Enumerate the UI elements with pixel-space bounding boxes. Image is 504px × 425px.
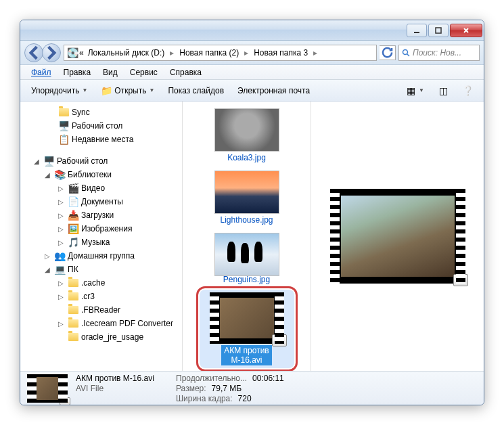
search-icon: [402, 49, 410, 57]
svg-rect-1: [436, 28, 441, 33]
open-button[interactable]: 📁Открыть▼: [95, 83, 160, 98]
nav-tree[interactable]: Sync 🖥️Рабочий стол 📋Недавние места ◢🖥️Р…: [20, 102, 183, 371]
tree-images[interactable]: ▷🖼️Изображения: [20, 222, 182, 236]
tree-recent[interactable]: 📋Недавние места: [20, 133, 182, 146]
slideshow-button[interactable]: Показ слайдов: [162, 84, 229, 97]
preview-pane-button[interactable]: ◫: [432, 83, 454, 98]
status-filetype: AVI File: [76, 384, 170, 393]
tree-downloads[interactable]: ▷📥Загрузки: [20, 208, 182, 222]
file-koala[interactable]: Koala3.jpg: [200, 106, 294, 165]
path-seg-1[interactable]: Новая папка (2): [177, 47, 242, 59]
menu-tools[interactable]: Сервис: [124, 66, 163, 79]
email-button[interactable]: Электронная почта: [232, 84, 315, 97]
menu-view[interactable]: Вид: [97, 66, 123, 79]
tree-cache[interactable]: ▷.cache: [20, 276, 182, 290]
music-icon: 🎵: [68, 237, 78, 248]
download-icon: 📥: [68, 210, 78, 221]
menu-help[interactable]: Справка: [164, 66, 207, 79]
expand-icon[interactable]: ▷: [58, 212, 65, 219]
doc-icon: 📄: [68, 196, 78, 207]
explorer-window: 💽 « Локальный диск (D:) ▸ Новая папка (2…: [20, 20, 484, 405]
drive-icon: 💽: [67, 47, 78, 58]
menubar: Файл Правка Вид Сервис Справка: [20, 65, 484, 80]
file-label: АКМ противM-16.avi: [221, 345, 271, 365]
expand-icon[interactable]: ▷: [58, 225, 65, 233]
library-icon: 📚: [54, 169, 65, 180]
mpc-badge-icon: 321: [453, 274, 468, 286]
width-label: Ширина кадра:: [176, 394, 233, 403]
refresh-button[interactable]: [380, 45, 396, 60]
size-value: 79,7 МБ: [212, 384, 242, 393]
duration-label: Продолжительно...: [176, 374, 247, 383]
thumbnail: [214, 108, 279, 152]
chevron-right-icon: ▸: [168, 48, 175, 58]
path-prefix: «: [79, 48, 84, 58]
help-icon: ❔: [462, 85, 473, 96]
mpc-badge-icon: 321: [60, 397, 70, 405]
tree-libraries[interactable]: ◢📚Библиотеки: [20, 168, 182, 181]
recent-icon: 📋: [58, 134, 69, 145]
tree-music[interactable]: ▷🎵Музыка: [20, 236, 182, 249]
back-button[interactable]: [24, 43, 43, 62]
desktop-icon: 🖥️: [43, 156, 54, 166]
path-seg-2[interactable]: Новая папка 3: [251, 47, 311, 59]
tree-desktop-root[interactable]: ◢🖥️Рабочий стол: [20, 154, 182, 168]
tree-desktop[interactable]: 🖥️Рабочий стол: [20, 119, 182, 133]
preview-icon: ◫: [438, 85, 449, 96]
tree-icecream[interactable]: ▷.Icecream PDF Converter: [20, 317, 182, 330]
tree-pc[interactable]: ◢💻ПК: [20, 263, 182, 276]
tree-fbreader[interactable]: .FBReader: [20, 303, 182, 317]
tree-video[interactable]: ▷🎬Видео: [20, 181, 182, 195]
expand-icon[interactable]: ▷: [45, 252, 51, 260]
image-icon: 🖼️: [68, 223, 78, 234]
video-preview: 321: [330, 189, 465, 284]
chevron-down-icon: ▼: [149, 87, 154, 93]
status-filename: АКМ против M-16.avi: [76, 374, 170, 383]
view-options-button[interactable]: ▦▼: [400, 83, 430, 98]
tree-sync[interactable]: Sync: [20, 106, 182, 119]
menu-edit[interactable]: Правка: [58, 66, 97, 79]
thumbnail: [214, 171, 279, 214]
video-icon: 🎬: [68, 183, 78, 194]
search-input[interactable]: Поиск: Нов...: [398, 45, 480, 61]
maximize-button[interactable]: [428, 24, 449, 37]
file-penguins[interactable]: Penguins.jpg: [200, 230, 294, 287]
width-value: 720: [238, 394, 252, 403]
file-video-selected[interactable]: 321 АКМ противM-16.avi: [200, 290, 294, 368]
expand-icon[interactable]: ▷: [58, 239, 65, 246]
minimize-button[interactable]: [407, 24, 427, 37]
titlebar[interactable]: [20, 20, 484, 41]
address-bar: 💽 « Локальный диск (D:) ▸ Новая папка (2…: [20, 41, 484, 65]
duration-value: 00:06:11: [252, 374, 284, 383]
content-area: Sync 🖥️Рабочий стол 📋Недавние места ◢🖥️Р…: [20, 102, 484, 371]
tree-documents[interactable]: ▷📄Документы: [20, 195, 182, 208]
close-button[interactable]: [450, 24, 482, 37]
tree-oracle[interactable]: oracle_jre_usage: [20, 330, 182, 344]
view-icon: ▦: [405, 85, 416, 96]
folder-icon: [59, 108, 69, 116]
file-lighthouse[interactable]: Lighthouse.jpg: [200, 168, 294, 227]
folder-icon: [68, 319, 78, 328]
collapse-icon[interactable]: ◢: [45, 266, 51, 273]
organize-button[interactable]: Упорядочить▼: [26, 84, 93, 97]
file-label: Penguins.jpg: [223, 275, 270, 284]
tree-homegroup[interactable]: ▷👥Домашняя группа: [20, 249, 182, 263]
collapse-icon[interactable]: ◢: [45, 171, 51, 179]
collapse-icon[interactable]: ◢: [34, 158, 41, 165]
path-seg-0[interactable]: Локальный диск (D:): [85, 47, 168, 59]
status-thumbnail: 321: [27, 374, 68, 403]
desktop-icon: 🖥️: [58, 120, 69, 131]
homegroup-icon: 👥: [54, 250, 65, 261]
chevron-down-icon: ▼: [82, 87, 87, 93]
expand-icon[interactable]: ▷: [58, 198, 65, 206]
breadcrumb[interactable]: 💽 « Локальный диск (D:) ▸ Новая папка (2…: [64, 45, 377, 61]
video-thumbnail: 321: [210, 292, 284, 344]
file-list[interactable]: Koala3.jpg Lighthouse.jpg Penguins.jpg 3…: [183, 102, 311, 371]
forward-button[interactable]: [42, 43, 61, 62]
tree-cr3[interactable]: ▷.cr3: [20, 290, 182, 303]
preview-pane: 321: [311, 102, 484, 371]
svg-line-5: [407, 54, 409, 56]
menu-file[interactable]: Файл: [26, 66, 57, 79]
help-button[interactable]: ❔: [457, 83, 478, 98]
expand-icon[interactable]: ▷: [58, 185, 65, 192]
